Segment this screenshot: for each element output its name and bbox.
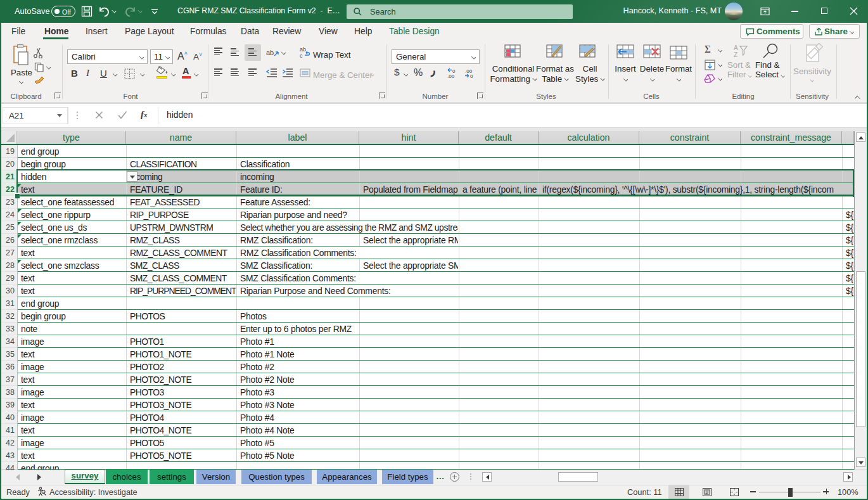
- svg-text:c: c: [300, 53, 303, 58]
- svg-text:ab: ab: [266, 49, 274, 56]
- svg-text:Z: Z: [734, 51, 737, 58]
- svg-text:A: A: [734, 44, 738, 51]
- svg-text:0: 0: [470, 74, 473, 79]
- svg-text:.00: .00: [447, 74, 455, 79]
- svg-text:ab: ab: [300, 46, 306, 53]
